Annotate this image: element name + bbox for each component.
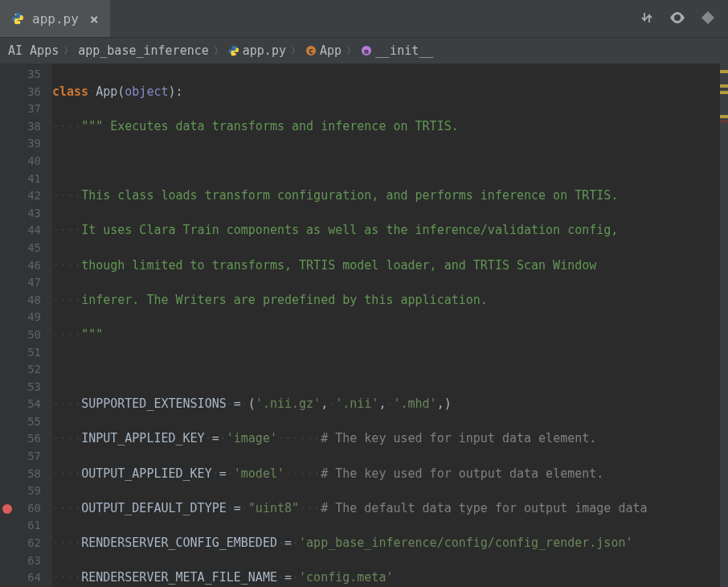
tab-spacer <box>110 0 627 37</box>
chevron-right-icon: 〉 <box>291 44 301 58</box>
breadcrumb: AI Apps 〉 app_base_inference 〉 app.py 〉 … <box>0 38 728 64</box>
method-icon: m <box>361 45 372 56</box>
svg-text:c: c <box>309 47 313 55</box>
svg-text:m: m <box>364 47 369 55</box>
breadcrumb-item[interactable]: app_base_inference <box>78 43 209 58</box>
breakpoint-marker[interactable] <box>2 504 12 514</box>
code-area[interactable]: class·App(object): ····""" Executes data… <box>52 64 728 587</box>
python-icon <box>228 45 239 56</box>
diamond-icon[interactable] <box>701 10 715 27</box>
breadcrumb-item[interactable]: app.py <box>228 43 286 58</box>
breadcrumb-item[interactable]: m __init__ <box>361 43 433 58</box>
code-editor[interactable]: 3536373839404142434445464748495051525354… <box>0 64 728 587</box>
svg-point-1 <box>19 22 21 23</box>
breadcrumb-item[interactable]: AI Apps <box>8 43 59 58</box>
minimap-scrollbar[interactable] <box>720 64 728 587</box>
tab-label: app.py <box>32 11 79 27</box>
tab-actions <box>627 0 728 37</box>
svg-point-2 <box>676 16 679 19</box>
line-gutter[interactable]: 3536373839404142434445464748495051525354… <box>0 64 52 587</box>
file-tab[interactable]: app.py × <box>0 0 110 37</box>
close-icon[interactable]: × <box>90 10 99 27</box>
eye-icon[interactable] <box>669 12 686 26</box>
breadcrumb-item[interactable]: c App <box>305 43 342 58</box>
class-icon: c <box>305 45 317 56</box>
python-icon <box>11 12 24 25</box>
compare-icon[interactable] <box>640 10 654 27</box>
chevron-right-icon: 〉 <box>346 44 356 58</box>
chevron-right-icon: 〉 <box>214 44 223 58</box>
chevron-right-icon: 〉 <box>63 44 73 58</box>
tab-bar: app.py × <box>0 0 728 38</box>
svg-point-0 <box>15 14 17 15</box>
